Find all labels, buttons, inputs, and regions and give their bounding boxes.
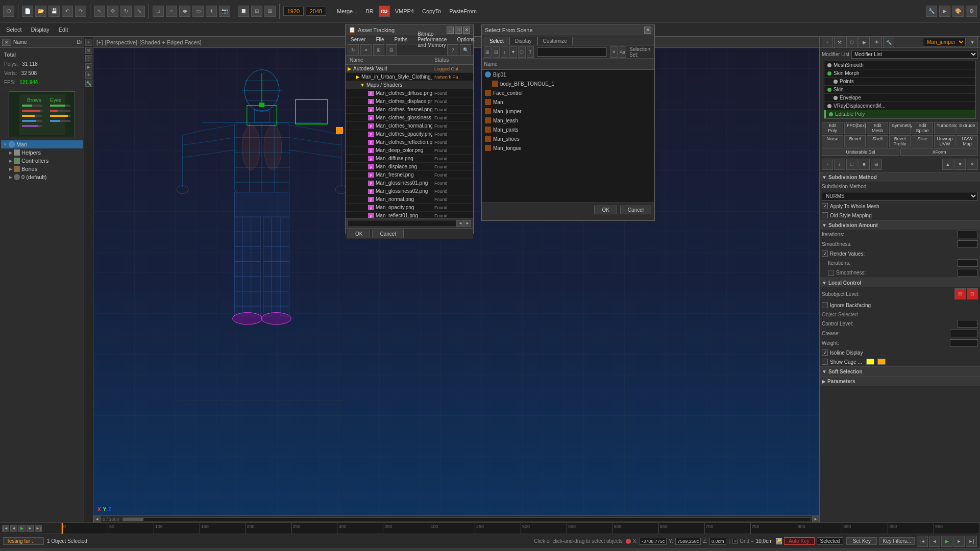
soft-selection-header[interactable]: ▼ Soft Selection [820,367,980,376]
turbosmooth-btn[interactable]: TurboSmooth [934,122,955,134]
scene-object-item[interactable]: body_BFB_TONGUE_1 [482,79,654,88]
symmetry-btn[interactable]: Symmetry [889,122,911,134]
default-expand[interactable]: ▶ [9,175,12,180]
rb-icon[interactable]: RB [379,6,390,17]
asset-file-row[interactable]: p Man_glossiness01.png Found [346,179,473,187]
xform-btn[interactable]: XForm [900,148,978,156]
underable-sel-btn[interactable]: Underable Sel [822,148,899,156]
tl-prev-btn[interactable]: ◄ [10,525,17,532]
create-icon[interactable]: + [85,39,92,46]
asset-vault-row[interactable]: ▶Autodesk Vault Logged Out [346,65,473,73]
viewport-shading[interactable]: [Shaded + Edged Faces] [139,39,201,45]
modify-icon[interactable]: ⚒ [85,47,92,54]
asset-server-menu[interactable]: Server [348,36,369,43]
modifier-list-dropdown[interactable]: Modifier List [851,50,978,59]
playback-end[interactable]: ►| [966,536,977,547]
select-case-btn[interactable]: Aa [619,46,626,58]
tl-end-btn[interactable]: ►| [35,525,42,532]
local-control-header[interactable]: ▼ Local Control [820,278,980,287]
utilities-panel-btn[interactable]: 🔧 [883,37,894,48]
mod-stack-down-btn[interactable]: ▼ [954,159,966,170]
playback-play[interactable]: ▶ [941,536,952,547]
crease-input[interactable]: 0,0 [950,330,978,337]
scene-object-item[interactable]: Man_tongue [482,143,654,153]
old-style-checkbox[interactable] [822,212,828,218]
asset-bitmap-menu[interactable]: Bitmap Performance and Memory [414,30,450,49]
border-icon[interactable]: □ [846,159,857,170]
asset-refresh-btn[interactable]: ↻ [348,44,359,56]
create-panel-btn[interactable]: + [822,37,833,48]
select-tab-customize[interactable]: Customize [537,37,573,45]
select-search-input[interactable] [537,47,607,57]
control-level-input[interactable]: 0 [958,320,978,328]
subdivision-amount-header[interactable]: ▼ Subdivision Amount [820,220,980,230]
asset-file-row[interactable]: p Man_clothes_opacity.png Found [346,130,473,138]
asset-file-row[interactable]: p Man_clothes_fresnel.png Found [346,106,473,114]
scene-object-item[interactable]: Man_shoes [482,134,654,143]
plane-tool[interactable]: ▭ [192,6,204,17]
save-btn[interactable]: 💾 [48,6,60,17]
align-tool[interactable]: ⊟ [251,6,262,17]
hierarchy-panel-btn[interactable]: ⬡ [846,37,857,48]
scene-object-item[interactable]: Man_leash [482,116,654,125]
scroll-left-btn[interactable]: ◄ [93,516,101,523]
parameters-header[interactable]: ▶ Parameters [820,377,980,386]
asset-close-btn[interactable]: ✕ [463,27,470,34]
asset-file-row[interactable]: p Man_clothes_glossiness.png Found [346,114,473,122]
select-tab-select[interactable]: Select [484,37,509,45]
tl-next-btn[interactable]: ► [27,525,34,532]
utilities-icon[interactable]: 🔧 [85,80,92,87]
asset-file-row[interactable]: p Man_reflect01.png Found [346,212,473,218]
weight-input[interactable]: 1,0 [950,339,978,347]
asset-help-btn[interactable]: ? [447,44,458,56]
tl-start-btn[interactable]: |◄ [2,525,9,532]
app-icon[interactable]: ⬡ [3,6,14,17]
edit-menu[interactable]: Edit [56,26,71,34]
subobj-level-icon2[interactable]: ⊟ [967,288,978,299]
asset-scroll-left[interactable]: ◄ [457,220,464,227]
select-ok-btn[interactable]: OK [594,206,617,214]
asset-list-btn[interactable]: ≡ [360,44,372,56]
snap-tool[interactable]: 🔲 [238,6,249,17]
tree-item-bones[interactable]: ▶ Bones [1,165,83,173]
copyto-label[interactable]: CopyTo [419,7,444,15]
scene-object-item[interactable]: Face_control [482,88,654,97]
viewport-scrollbar[interactable]: ◄ 0 / 1000 ► [93,515,819,522]
scene-object-item[interactable]: Man_pants [482,125,654,134]
select-type-btn[interactable]: T [527,46,534,58]
motion-icon[interactable]: ▶ [85,63,92,70]
redo-btn[interactable]: ↷ [75,6,86,17]
viewport-plus[interactable]: [+] [96,39,103,45]
asset-detail-btn[interactable]: ⊞ [373,44,384,56]
select-close-btn[interactable]: ✕ [644,27,651,34]
display-panel-btn[interactable]: 👁 [871,37,882,48]
asset-file-row[interactable]: p Man_glossiness02.png Found [346,187,473,195]
mod-meshsmooth[interactable]: MeshSmooth [824,61,975,69]
cage-color-swatch1[interactable] [866,359,874,365]
asset-cancel-btn[interactable]: Cancel [372,230,403,238]
asset-file-row[interactable]: p Man_displace.png Found [346,163,473,171]
vertex-icon[interactable]: · [822,159,833,170]
box-tool[interactable]: □ [153,6,164,17]
settings-btn[interactable]: ⚙ [966,6,977,17]
select-tab-display[interactable]: Display [509,37,537,45]
edit-mesh-btn[interactable]: Edit Mesh [867,122,888,134]
mod-delete-btn[interactable]: ✕ [967,159,978,170]
key-filters-btn[interactable]: Key Filters... [879,537,915,545]
select-cancel-btn[interactable]: Cancel [620,206,651,214]
bevel-btn[interactable]: Bevel [844,135,866,147]
asset-file-menu[interactable]: File [373,36,387,43]
resolution-width[interactable]: 1920 [283,7,304,16]
scroll-right-btn[interactable]: ► [812,516,819,523]
motion-panel-btn[interactable]: ▶ [859,37,870,48]
vmpp4-label[interactable]: VMPP4 [392,7,417,15]
subdivision-method-header[interactable]: ▼ Subdivision Method [820,172,980,182]
asset-file-row[interactable]: p Man_deep_color.png Found [346,146,473,155]
asset-scroll-right[interactable]: ► [464,220,471,227]
subobj-level-icon1[interactable]: ⊞ [954,288,966,299]
edit-spline-btn[interactable]: Edit Spline [912,122,933,134]
mirror-tool[interactable]: ⊞ [264,6,276,17]
object-name-expand[interactable]: ▼ [967,37,978,48]
tl-play-btn[interactable]: ▶ [18,525,26,532]
camera-tool[interactable]: 📷 [219,6,230,17]
